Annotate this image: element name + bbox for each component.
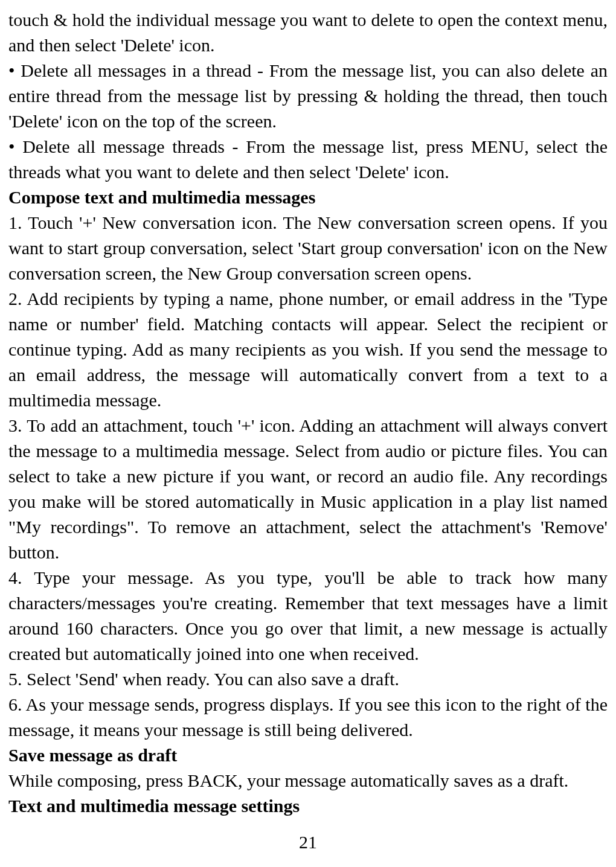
heading-settings: Text and multimedia message settings bbox=[8, 793, 608, 819]
page-number: 21 bbox=[0, 830, 616, 855]
paragraph-delete-thread: • Delete all messages in a thread - From… bbox=[8, 58, 608, 134]
paragraph-save-draft: While composing, press BACK, your messag… bbox=[8, 768, 608, 793]
paragraph-step6: 6. As your message sends, progress displ… bbox=[8, 692, 608, 743]
paragraph-delete-individual: touch & hold the individual message you … bbox=[8, 7, 608, 58]
paragraph-step5: 5. Select 'Send' when ready. You can als… bbox=[8, 667, 608, 692]
heading-save-draft: Save message as draft bbox=[8, 743, 608, 768]
paragraph-step4: 4. Type your message. As you type, you'l… bbox=[8, 565, 608, 667]
heading-compose: Compose text and multimedia messages bbox=[8, 185, 608, 210]
paragraph-step2: 2. Add recipients by typing a name, phon… bbox=[8, 286, 608, 413]
paragraph-step3: 3. To add an attachment, touch '+' icon.… bbox=[8, 413, 608, 565]
paragraph-delete-all-threads: • Delete all message threads - From the … bbox=[8, 134, 608, 185]
paragraph-step1: 1. Touch '+' New conversation icon. The … bbox=[8, 210, 608, 286]
